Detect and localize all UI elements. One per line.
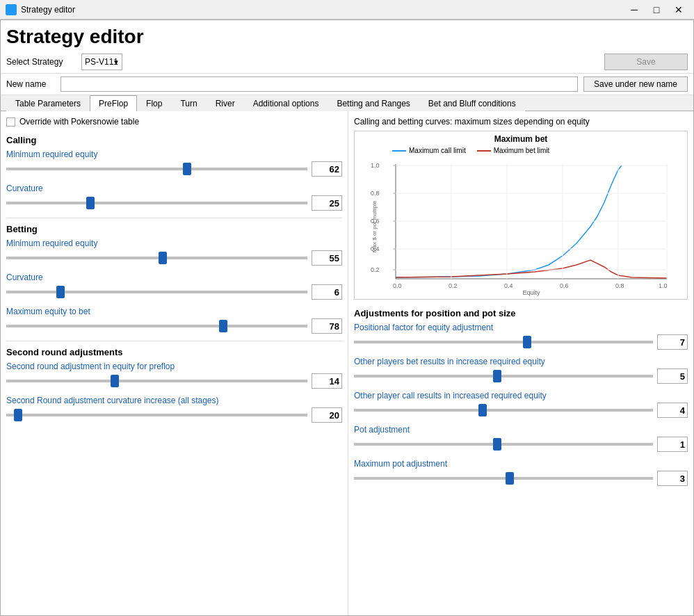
pot-adjustment-thumb[interactable] [493, 438, 501, 451]
tab-flop[interactable]: Flop [137, 95, 171, 111]
svg-text:Max $ or pot multiple: Max $ or pot multiple [371, 200, 378, 252]
max-pot-adjustment-value: 3 [657, 471, 688, 486]
save-under-new-name-button[interactable]: Save under new name [583, 76, 688, 92]
calling-min-equity-track[interactable] [6, 168, 307, 170]
title-bar-text: Strategy editor [21, 5, 75, 15]
calling-min-equity-thumb[interactable] [183, 163, 191, 175]
pot-adjustment-track[interactable] [354, 443, 653, 446]
calling-curvature-track[interactable] [6, 202, 307, 204]
new-name-row: New name Save under new name [1, 74, 693, 95]
override-label: Override with Pokersnowie table [19, 117, 139, 127]
second-round-title: Second round adjustments [6, 347, 342, 357]
betting-min-equity-thumb[interactable] [159, 252, 167, 264]
second-round-curvature-label: Second Round adjustment curvature increa… [6, 396, 342, 405]
other-players-bet-track[interactable] [354, 375, 653, 378]
second-round-equity-value: 14 [312, 373, 342, 389]
legend-bet: Maximum bet limit [477, 147, 550, 154]
positional-factor-thumb[interactable] [523, 336, 531, 348]
svg-text:0.2: 0.2 [371, 266, 380, 273]
content-area: Override with Pokersnowie table Calling … [1, 111, 693, 615]
max-pot-adjustment-row: Maximum pot adjustment 3 [354, 459, 688, 486]
other-player-call-value: 4 [657, 403, 688, 418]
save-button[interactable]: Save [604, 54, 688, 70]
legend-bet-label: Maximum bet limit [494, 147, 550, 154]
calling-min-equity-container: 62 [6, 161, 342, 177]
legend-bet-line [477, 150, 491, 152]
strategy-select[interactable]: PS-V111 [81, 54, 122, 70]
svg-text:0.6: 0.6 [560, 282, 569, 289]
betting-min-equity-track[interactable] [6, 257, 307, 259]
calling-min-equity-row: Minimum required equity 62 [6, 149, 342, 177]
legend-call: Maximum call limit [392, 147, 466, 154]
betting-curvature-thumb[interactable] [56, 286, 65, 298]
tab-preflop[interactable]: PreFlop [90, 95, 137, 111]
tab-bet-and-bluff[interactable]: Bet and Bluff conditions [419, 95, 525, 111]
app-icon [6, 4, 17, 15]
pot-adjustment-label: Pot adjustment [354, 425, 688, 435]
svg-text:Equity: Equity [522, 289, 540, 296]
betting-max-equity-track[interactable] [6, 325, 307, 327]
other-player-call-container: 4 [354, 403, 688, 418]
left-panel: Override with Pokersnowie table Calling … [1, 111, 348, 615]
tab-betting-and-ranges[interactable]: Betting and Ranges [328, 95, 419, 111]
other-players-bet-row: Other players bet results in increase re… [354, 357, 688, 384]
second-round-curvature-thumb[interactable] [14, 409, 22, 421]
calling-curvature-thumb[interactable] [86, 197, 95, 209]
tab-turn[interactable]: Turn [171, 95, 206, 111]
betting-curvature-value: 6 [312, 284, 342, 300]
second-round-equity-container: 14 [6, 373, 342, 389]
maximize-button[interactable]: □ [647, 3, 666, 17]
close-button[interactable]: ✕ [669, 3, 688, 17]
betting-max-equity-value: 78 [312, 318, 342, 334]
betting-min-equity-label: Minimum required equity [6, 238, 342, 248]
new-name-input[interactable] [60, 76, 578, 92]
second-round-equity-thumb[interactable] [111, 375, 119, 387]
svg-text:0.0: 0.0 [393, 282, 402, 289]
tab-table-parameters[interactable]: Table Parameters [6, 95, 90, 111]
other-player-call-track[interactable] [354, 409, 653, 412]
strategy-select-wrapper[interactable]: PS-V111 [81, 54, 122, 70]
tab-additional-options[interactable]: Additional options [244, 95, 328, 111]
positional-factor-track[interactable] [354, 341, 653, 343]
adjustments-section-title: Adjustments for position and pot size [354, 308, 688, 318]
svg-text:0.4: 0.4 [504, 282, 513, 289]
other-players-bet-thumb[interactable] [493, 370, 501, 382]
second-round-equity-track[interactable] [6, 380, 307, 382]
legend-call-label: Maximum call limit [409, 147, 466, 154]
window-controls: ─ □ ✕ [624, 3, 688, 17]
second-round-curvature-track[interactable] [6, 414, 307, 416]
chart-title: Maximum bet [357, 134, 684, 144]
second-round-curvature-row: Second Round adjustment curvature increa… [6, 396, 342, 423]
betting-max-equity-container: 78 [6, 318, 342, 334]
betting-max-equity-row: Maximum equity to bet 78 [6, 307, 342, 334]
override-checkbox[interactable] [6, 117, 15, 127]
max-pot-adjustment-thumb[interactable] [506, 472, 514, 485]
chart-legend: Maximum call limit Maximum bet limit [392, 147, 684, 154]
max-pot-adjustment-track[interactable] [354, 477, 653, 480]
minimize-button[interactable]: ─ [624, 3, 644, 17]
legend-call-line [392, 150, 406, 152]
calling-curvature-label: Curvature [6, 184, 342, 193]
other-players-bet-container: 5 [354, 368, 688, 384]
override-row: Override with Pokersnowie table [6, 117, 342, 127]
other-player-call-row: Other player call results in increased r… [354, 391, 688, 418]
betting-curvature-track[interactable] [6, 291, 307, 293]
new-name-label: New name [6, 79, 55, 89]
pot-adjustment-container: 1 [354, 437, 688, 452]
calling-min-equity-value: 62 [312, 161, 342, 177]
betting-max-equity-thumb[interactable] [219, 320, 227, 332]
other-player-call-thumb[interactable] [478, 404, 487, 416]
betting-max-equity-label: Maximum equity to bet [6, 307, 342, 316]
pot-adjustment-row: Pot adjustment 1 [354, 425, 688, 452]
chart-svg: 1.0 0.8 0.6 0.4 0.2 0.0 0.2 0.4 0.6 [368, 157, 674, 296]
calling-curvature-value: 25 [312, 195, 342, 211]
second-round-curvature-container: 20 [6, 407, 342, 423]
app-title: Strategy editor [1, 20, 693, 51]
second-round-equity-row: Second round adjustment in equity for pr… [6, 362, 342, 389]
betting-curvature-container: 6 [6, 284, 342, 300]
toolbar: Select Strategy PS-V111 Save [1, 51, 693, 74]
svg-text:1.0: 1.0 [371, 162, 380, 169]
second-round-curvature-value: 20 [312, 407, 342, 423]
calling-curvature-row: Curvature 25 [6, 184, 342, 211]
tab-river[interactable]: River [207, 95, 244, 111]
